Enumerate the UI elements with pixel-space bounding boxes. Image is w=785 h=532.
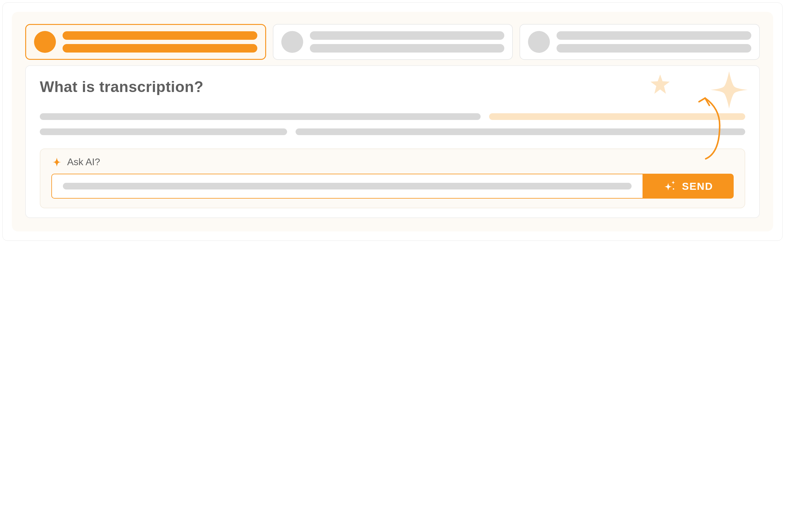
ask-ai-label: Ask AI? bbox=[67, 156, 100, 168]
tab-card-3[interactable] bbox=[520, 24, 760, 60]
tab-avatar-placeholder bbox=[528, 31, 550, 53]
tab-card-1[interactable] bbox=[25, 24, 266, 60]
placeholder-line bbox=[62, 44, 257, 53]
ask-ai-input-row: SEND bbox=[51, 174, 734, 198]
input-placeholder-line bbox=[63, 183, 632, 189]
highlighted-line bbox=[489, 113, 745, 120]
tab-lines-placeholder bbox=[310, 31, 505, 53]
star-large-icon bbox=[709, 70, 750, 110]
content-line-row bbox=[40, 129, 745, 135]
tabs-row bbox=[25, 24, 760, 60]
send-button-label: SEND bbox=[682, 180, 713, 192]
content-line-row bbox=[40, 113, 745, 120]
placeholder-line bbox=[40, 113, 481, 120]
ask-ai-header: Ask AI? bbox=[51, 156, 734, 168]
svg-point-0 bbox=[673, 188, 674, 190]
placeholder-line bbox=[557, 31, 751, 40]
sparkles-icon bbox=[663, 180, 677, 193]
ask-ai-input[interactable] bbox=[51, 174, 642, 198]
ask-ai-panel: Ask AI? SEND bbox=[40, 149, 745, 208]
placeholder-line bbox=[557, 44, 751, 53]
content-panel: What is transcription? bbox=[25, 65, 760, 218]
placeholder-line bbox=[40, 129, 287, 135]
tab-card-2[interactable] bbox=[273, 24, 513, 60]
content-header: What is transcription? bbox=[40, 78, 745, 96]
tab-lines-placeholder bbox=[557, 31, 751, 53]
placeholder-line bbox=[310, 31, 505, 40]
send-button[interactable]: SEND bbox=[642, 174, 734, 198]
tab-avatar-placeholder bbox=[34, 31, 56, 53]
star-small-icon bbox=[649, 73, 672, 96]
outer-frame: What is transcription? bbox=[2, 2, 783, 241]
placeholder-line bbox=[296, 129, 745, 135]
page-title: What is transcription? bbox=[40, 78, 745, 96]
content-lines bbox=[40, 113, 745, 135]
placeholder-line bbox=[310, 44, 505, 53]
tab-lines-placeholder bbox=[62, 31, 257, 53]
tab-avatar-placeholder bbox=[281, 31, 303, 53]
inner-frame: What is transcription? bbox=[12, 12, 773, 231]
placeholder-line bbox=[62, 31, 257, 40]
sparkle-icon bbox=[51, 157, 62, 168]
